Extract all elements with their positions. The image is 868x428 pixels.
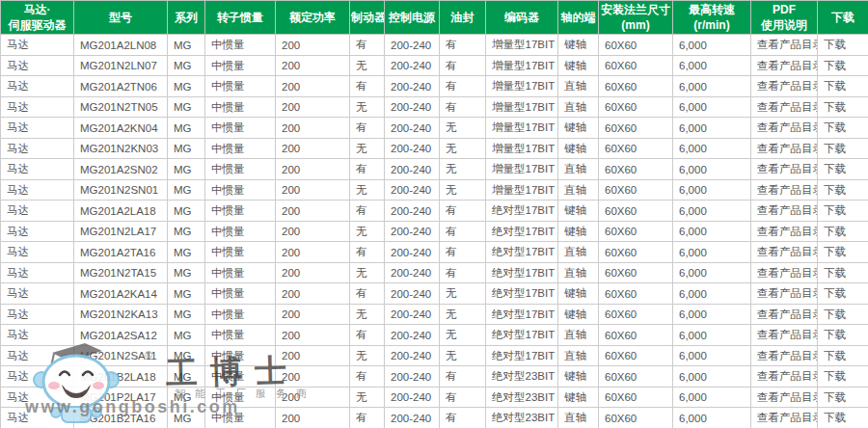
control-power-cell: 200-240 [385, 159, 440, 180]
series-cell: MG [168, 366, 205, 388]
model-cell: MG201N2SN01 [74, 179, 168, 201]
view-catalog-link[interactable]: 查看产品目录 [751, 325, 818, 346]
flange-size-cell: 60X60 [599, 304, 673, 325]
download-link[interactable]: 下载 [818, 242, 868, 263]
flange-size-cell: 60X60 [599, 325, 673, 346]
download-link[interactable]: 下载 [818, 96, 868, 118]
download-link[interactable]: 下载 [818, 35, 868, 56]
col-header-flange-size: 安装法兰尺寸(mm) [599, 1, 673, 35]
download-link[interactable]: 下载 [818, 118, 868, 139]
rated-power-cell: 200 [276, 138, 350, 159]
encoder-cell: 增量型17BIT [486, 138, 558, 159]
download-link[interactable]: 下载 [818, 76, 868, 97]
download-link[interactable]: 下载 [818, 304, 868, 325]
model-cell: MG201P2LA17 [74, 387, 168, 408]
download-link[interactable]: 下载 [818, 325, 868, 346]
view-catalog-link[interactable]: 查看产品目录 [751, 366, 818, 388]
view-catalog-link[interactable]: 查看产品目录 [751, 179, 818, 201]
flange-size-cell: 60X60 [599, 387, 673, 408]
view-catalog-link[interactable]: 查看产品目录 [751, 221, 818, 242]
table-row: 马达MG201N2KA13MG中惯量200无200-240无绝对型17BIT键轴… [1, 304, 868, 325]
control-power-cell: 200-240 [385, 242, 440, 263]
download-link[interactable]: 下载 [818, 138, 868, 159]
oil-seal-cell: 有 [440, 221, 486, 242]
max-speed-cell: 6,000 [673, 345, 751, 366]
model-cell: MG201N2KN03 [74, 138, 168, 159]
table-row: 马达MG201A2LN08MG中惯量200有200-240有增量型17BIT键轴… [1, 35, 868, 56]
model-cell: MG201A2KN04 [74, 118, 168, 139]
download-link[interactable]: 下载 [818, 159, 868, 180]
control-power-cell: 200-240 [385, 55, 440, 76]
view-catalog-link[interactable]: 查看产品目录 [751, 387, 818, 408]
control-power-cell: 200-240 [385, 221, 440, 242]
shaft-end-cell: 直轴 [558, 262, 599, 283]
view-catalog-link[interactable]: 查看产品目录 [751, 262, 818, 283]
table-row: 马达MG201A2LA18MG中惯量200有200-240有绝对型17BIT键轴… [1, 201, 868, 222]
brake-cell: 无 [350, 55, 385, 76]
oil-seal-cell: 有 [440, 408, 486, 428]
product-cell: 马达 [1, 35, 74, 56]
view-catalog-link[interactable]: 查看产品目录 [751, 345, 818, 366]
view-catalog-link[interactable]: 查看产品目录 [751, 201, 818, 222]
series-cell: MG [168, 159, 205, 180]
download-link[interactable]: 下载 [818, 55, 868, 76]
shaft-end-cell: 直轴 [558, 325, 599, 346]
brake-cell: 有 [350, 408, 385, 428]
rated-power-cell: 200 [276, 387, 350, 408]
encoder-cell: 增量型17BIT [486, 96, 558, 118]
rated-power-cell: 200 [276, 118, 350, 139]
shaft-end-cell: 键轴 [558, 35, 599, 56]
rotor-inertia-cell: 中惯量 [205, 96, 276, 118]
product-cell: 马达 [1, 159, 74, 180]
download-link[interactable]: 下载 [818, 221, 868, 242]
view-catalog-link[interactable]: 查看产品目录 [751, 35, 818, 56]
oil-seal-cell: 无 [440, 159, 486, 180]
shaft-end-cell: 键轴 [558, 118, 599, 139]
oil-seal-cell: 无 [440, 283, 486, 305]
download-link[interactable]: 下载 [818, 283, 868, 305]
download-link[interactable]: 下载 [818, 387, 868, 408]
table-row: 马达MG201N2TA15MG中惯量200无200-240有绝对型17BIT直轴… [1, 262, 868, 283]
view-catalog-link[interactable]: 查看产品目录 [751, 283, 818, 305]
view-catalog-link[interactable]: 查看产品目录 [751, 138, 818, 159]
view-catalog-link[interactable]: 查看产品目录 [751, 96, 818, 118]
series-cell: MG [168, 35, 205, 56]
table-row: 马达MG201N2KN03MG中惯量200无200-240无增量型17BIT键轴… [1, 138, 868, 159]
download-link[interactable]: 下载 [818, 366, 868, 388]
rotor-inertia-cell: 中惯量 [205, 201, 276, 222]
rotor-inertia-cell: 中惯量 [205, 325, 276, 346]
series-cell: MG [168, 408, 205, 428]
rotor-inertia-cell: 中惯量 [205, 159, 276, 180]
flange-size-cell: 60X60 [599, 262, 673, 283]
oil-seal-cell: 有 [440, 76, 486, 97]
view-catalog-link[interactable]: 查看产品目录 [751, 55, 818, 76]
view-catalog-link[interactable]: 查看产品目录 [751, 242, 818, 263]
view-catalog-link[interactable]: 查看产品目录 [751, 408, 818, 428]
control-power-cell: 200-240 [385, 96, 440, 118]
rotor-inertia-cell: 中惯量 [205, 138, 276, 159]
rotor-inertia-cell: 中惯量 [205, 387, 276, 408]
shaft-end-cell: 键轴 [558, 55, 599, 76]
view-catalog-link[interactable]: 查看产品目录 [751, 76, 818, 97]
flange-size-cell: 60X60 [599, 35, 673, 56]
download-link[interactable]: 下载 [818, 201, 868, 222]
max-speed-cell: 6,000 [673, 179, 751, 201]
encoder-cell: 增量型17BIT [486, 76, 558, 97]
download-link[interactable]: 下载 [818, 408, 868, 428]
download-link[interactable]: 下载 [818, 345, 868, 366]
table-row: 马达MG201A2SA12MG中惯量200有200-240无绝对型17BIT直轴… [1, 325, 868, 346]
shaft-end-cell: 直轴 [558, 96, 599, 118]
col-header-series: 系列 [168, 1, 205, 35]
flange-size-cell: 60X60 [599, 159, 673, 180]
flange-size-cell: 60X60 [599, 138, 673, 159]
view-catalog-link[interactable]: 查看产品目录 [751, 159, 818, 180]
view-catalog-link[interactable]: 查看产品目录 [751, 304, 818, 325]
rotor-inertia-cell: 中惯量 [205, 283, 276, 305]
download-link[interactable]: 下载 [818, 262, 868, 283]
max-speed-cell: 6,000 [673, 96, 751, 118]
control-power-cell: 200-240 [385, 408, 440, 428]
view-catalog-link[interactable]: 查看产品目录 [751, 118, 818, 139]
encoder-cell: 绝对型17BIT [486, 201, 558, 222]
model-cell: MG201A2LA18 [74, 201, 168, 222]
download-link[interactable]: 下载 [818, 179, 868, 201]
